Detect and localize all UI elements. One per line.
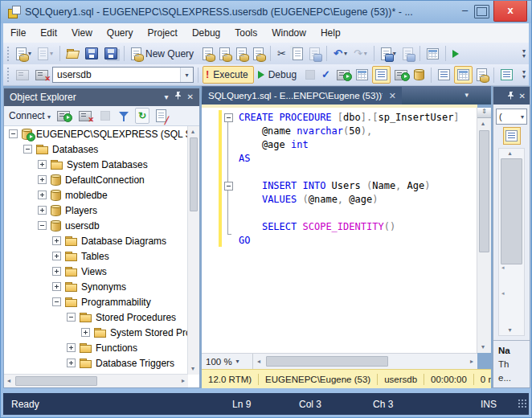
resize-grip[interactable] [518, 399, 527, 408]
editor-vertical-scrollbar[interactable]: ⇕ ▴ ▾ [477, 108, 491, 353]
connect-server-button[interactable] [55, 107, 72, 125]
expand-icon[interactable] [52, 236, 61, 245]
tree-item[interactable]: EUGENEPC\SQLEXPRESS (SQL Se [4, 126, 188, 141]
open-file-button[interactable] [64, 45, 81, 63]
code-line[interactable]: AS [239, 152, 250, 166]
pin-icon[interactable] [174, 88, 182, 106]
code-line[interactable]: @name nvarchar(50), [239, 125, 372, 138]
code-line[interactable]: GO [239, 234, 250, 248]
collapse-icon[interactable] [9, 129, 18, 138]
menu-item-file[interactable]: File [3, 23, 33, 43]
new-query-button[interactable]: New Query [129, 45, 198, 63]
tree-horizontal-scrollbar[interactable]: ◂ ▸ [4, 374, 188, 387]
categorized-view-button[interactable] [503, 127, 521, 145]
code-surface[interactable]: CREATE PROCEDURE [dbo].[sp_InsertUser] @… [202, 108, 477, 353]
collapse-icon[interactable] [38, 221, 47, 230]
zoom-control[interactable]: 100 % ▾ [202, 354, 253, 369]
tab-close-icon[interactable]: ✕ [389, 91, 396, 101]
stop-button[interactable] [98, 107, 113, 125]
execute-button[interactable]: ! Execute [203, 66, 254, 84]
expand-icon[interactable] [67, 343, 76, 352]
expand-icon[interactable] [38, 175, 47, 184]
collapse-icon[interactable] [67, 313, 76, 322]
document-tab[interactable]: SQLQuery1.sql - E...ENEPC\Eugene (53))* … [203, 87, 402, 104]
toolbar-grip[interactable] [6, 46, 10, 62]
parse-button[interactable]: ✓ [319, 66, 333, 84]
menu-item-query[interactable]: Query [100, 23, 141, 43]
client-statistics-button[interactable] [411, 66, 427, 84]
intellisense-button[interactable] [372, 66, 391, 84]
mdx-query-button[interactable] [217, 45, 232, 63]
expand-icon[interactable] [38, 206, 47, 215]
include-actual-plan-button[interactable] [392, 66, 410, 84]
tree-item[interactable]: DefaultConnection [4, 172, 188, 187]
results-to-text-button[interactable] [436, 66, 452, 84]
database-engine-query-button[interactable] [200, 45, 215, 63]
tree-item[interactable]: Database Diagrams [4, 233, 188, 248]
tree-item[interactable]: Views [4, 264, 188, 279]
code-line[interactable]: INSERT INTO Users (Name, Age) [239, 179, 430, 193]
disconnect-server-button[interactable]: ✕ [76, 107, 94, 125]
save-all-button[interactable] [102, 45, 120, 63]
new-project-button[interactable]: ▾ [14, 45, 34, 63]
code-line[interactable]: CREATE PROCEDURE [dbo].[sp_InsertUser] [239, 111, 460, 125]
tree-item[interactable]: Players [4, 203, 188, 218]
split-editor-handle[interactable]: ⇕ [477, 108, 491, 118]
copy-button[interactable] [290, 45, 305, 63]
expand-icon[interactable] [67, 359, 76, 367]
minimize-button[interactable]: – [458, 5, 472, 17]
start-button[interactable] [450, 45, 461, 63]
tree-vertical-scrollbar[interactable]: ▴ ▾ [187, 126, 199, 375]
cut-button[interactable]: ✂ [275, 45, 289, 63]
navigate-forward-button[interactable] [400, 45, 415, 63]
undo-button[interactable]: ↶▾ [331, 45, 350, 63]
add-item-button[interactable]: ▾ [35, 45, 55, 63]
connect-button[interactable]: Connect ▾ [9, 110, 51, 121]
results-to-file-button[interactable] [474, 66, 489, 84]
results-to-grid-button[interactable] [454, 66, 473, 84]
properties-scrollbar[interactable]: ▴ ◂ ◂ ▾ [498, 148, 525, 336]
activity-monitor-button[interactable] [424, 45, 441, 63]
menu-item-debug[interactable]: Debug [185, 23, 227, 43]
menu-item-tools[interactable]: Tools [227, 23, 264, 43]
pin-icon[interactable] [507, 88, 514, 103]
tree-item[interactable]: mobledbe [4, 187, 188, 203]
script-button[interactable]: ╱ [153, 107, 169, 125]
available-databases-combo[interactable]: usersdb ▾ [52, 67, 194, 83]
expand-icon[interactable] [81, 328, 90, 337]
properties-object-combo[interactable]: ( ▾ [496, 109, 527, 125]
tree-item[interactable]: System Databases [4, 157, 188, 172]
redo-button[interactable]: ↷▾ [351, 45, 370, 63]
comment-button[interactable] [498, 66, 515, 84]
maximize-button[interactable] [474, 5, 489, 18]
change-connection-button[interactable] [14, 66, 31, 84]
refresh-button[interactable]: ↻ [135, 108, 149, 124]
expand-icon[interactable] [52, 282, 61, 291]
code-line[interactable]: VALUES (@name, @age) [239, 193, 378, 207]
change-type-button[interactable]: ✕ [33, 66, 51, 84]
expand-icon[interactable] [52, 252, 61, 260]
tree-item[interactable]: Stored Procedures [4, 309, 188, 325]
fold-collapse-icon[interactable] [224, 113, 233, 122]
expand-icon[interactable] [38, 160, 47, 169]
menu-item-view[interactable]: View [64, 23, 100, 43]
menu-item-project[interactable]: Project [141, 23, 185, 43]
menu-item-help[interactable]: Help [313, 23, 348, 43]
debug-button[interactable]: Debug [256, 66, 301, 84]
expand-icon[interactable] [52, 267, 61, 276]
properties-titlebar[interactable]: ✕ [493, 87, 530, 104]
toolbar-overflow-button[interactable]: ▾▾ [522, 70, 526, 80]
tree-item[interactable]: Database Triggers [4, 355, 188, 371]
query-options-button[interactable] [354, 66, 370, 84]
toolbar-grip[interactable] [6, 67, 10, 83]
document-list-dropdown-icon[interactable]: ▾ [464, 91, 469, 99]
xmla-query-button[interactable] [251, 45, 266, 63]
tree-item[interactable]: Programmability [4, 294, 188, 309]
fold-collapse-icon[interactable] [224, 182, 233, 191]
tree-item[interactable]: Tables [4, 248, 188, 264]
code-line[interactable]: SELECT SCOPE_IDENTITY() [239, 220, 395, 234]
filter-button[interactable] [117, 107, 131, 125]
navigate-backward-button[interactable]: ▾ [379, 45, 399, 63]
paste-button[interactable] [307, 45, 322, 63]
code-line[interactable]: @age int [239, 138, 309, 152]
